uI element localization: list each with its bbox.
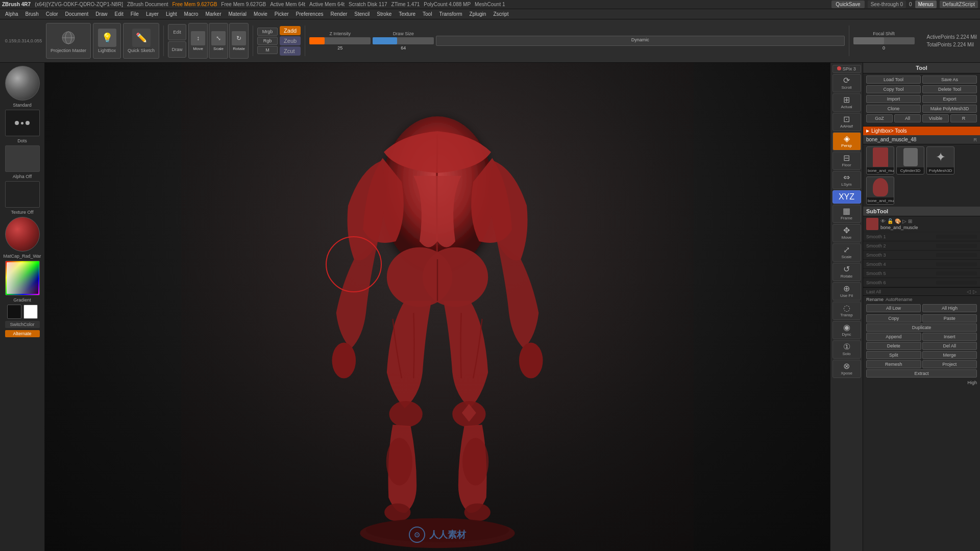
draw-size-slider[interactable] [373,37,434,44]
menu-material[interactable]: Material [226,10,250,18]
persp-btn[interactable]: ◈ Persp [832,132,861,151]
move-sidebar-btn[interactable]: ✥ Move [832,224,861,242]
brush-preview[interactable] [5,66,40,101]
menu-zscript[interactable]: Zscript [490,10,511,18]
menu-draw[interactable]: Draw [92,10,110,18]
last-all-arrow-left[interactable]: ◁ [967,289,971,294]
append-btn[interactable]: Append [866,333,921,341]
floor-btn[interactable]: ⊟ Floor [832,152,861,170]
make-polymesh3d-btn[interactable]: Make PolyMesh3D [922,105,977,113]
zeub-btn[interactable]: Zeub [280,36,301,45]
projection-master-btn[interactable]: Projection Master [46,23,91,59]
delete-btn[interactable]: Delete [866,342,921,350]
menu-transform[interactable]: Transform [436,10,465,18]
menu-texture[interactable]: Texture [396,10,419,18]
zadd-btn[interactable]: Zadd [280,26,301,35]
import-btn[interactable]: Import [866,95,921,103]
lightbox-tools-header[interactable]: ▶ Lightbox> Tools [863,127,980,135]
subtool-item[interactable]: 👁 🔓 🎨 ▷ ⊞ bone_and_muscle [863,216,980,232]
lsym-btn[interactable]: ⇔ LSym [832,171,861,189]
menu-document[interactable]: Document [62,10,92,18]
rename-value[interactable]: AutoRename [886,297,977,302]
subtool-eye-icon[interactable]: 👁 [880,218,886,224]
scale-btn[interactable]: ⤡ Scale [209,23,228,59]
move-btn[interactable]: ↕ Move [188,23,208,59]
aahalf-btn[interactable]: ⊡ AAHalf [832,113,861,131]
menu-render[interactable]: Render [328,10,351,18]
last-all-arrow-right[interactable]: ▷ [973,289,977,294]
alternate-btn[interactable]: Alternate [5,330,40,337]
thumb-polymesh3d[interactable]: ✦ PolyMesh3D [926,146,954,174]
lightbox-btn[interactable]: 💡 LightBox [93,23,121,59]
foreground-color[interactable] [7,305,21,319]
xyz-btn[interactable]: XYZ [832,190,861,204]
mrgb-btn[interactable]: Mrgb [257,28,278,36]
thumb-bone-musc[interactable]: bone_and_musc [866,177,894,205]
menus-btn[interactable]: Menus [915,1,937,8]
smooth-6-track[interactable] [936,281,977,285]
dynamic-btn[interactable]: Dynamic [436,36,844,46]
project-btn[interactable]: Project [922,360,977,368]
load-tool-btn[interactable]: Load Tool [866,76,921,84]
delete-tool-btn[interactable]: Delete Tool [922,85,977,93]
rotate-btn[interactable]: ↻ Rotate [229,23,249,59]
smooth-1-track[interactable] [936,235,977,239]
draw-btn[interactable]: Draw [168,41,186,58]
menu-picker[interactable]: Picker [272,10,292,18]
edit-btn[interactable]: Edit [168,24,186,40]
remesh-btn[interactable]: Remesh [866,360,921,368]
quicksave-btn[interactable]: QuickSave [831,1,864,8]
stroke-preview[interactable] [5,110,40,136]
duplicate-btn[interactable]: Duplicate [866,323,977,332]
scroll-btn[interactable]: ⟳ Scroll [832,74,861,92]
texture-preview[interactable] [5,181,40,208]
quick-sketch-btn[interactable]: ✏️ Quick Sketch [123,23,159,59]
menu-file[interactable]: File [128,10,142,18]
background-color[interactable] [23,305,38,319]
goz-btn[interactable]: GoZ [866,114,893,122]
r-btn[interactable]: R [950,114,977,122]
see-through[interactable]: See-through 0 [868,1,906,8]
frame-btn[interactable]: ▦ Frame [832,205,861,223]
canvas-area[interactable]: ⊙ 人人素材 [45,63,830,551]
thumb-bone-muscle[interactable]: bone_and_muscle [866,146,894,174]
menu-tool[interactable]: Tool [420,10,435,18]
subtool-color-icon[interactable]: 🎨 [895,218,901,224]
focal-shift-slider[interactable] [853,37,915,44]
save-as-btn[interactable]: Save As [922,76,977,84]
solo-btn[interactable]: ① Solo [832,340,861,359]
menu-light[interactable]: Light [163,10,180,18]
split-btn[interactable]: Split [866,351,921,359]
smooth-2-track[interactable] [936,244,977,248]
smooth-4-track[interactable] [936,262,977,266]
zcut-btn[interactable]: Zcut [280,46,301,56]
extract-btn[interactable]: Extract [866,369,977,378]
subtool-lock-icon[interactable]: 🔓 [887,218,893,224]
visible-btn[interactable]: Visible [922,114,949,122]
del-all-btn[interactable]: Del All [922,342,977,350]
xpose-btn[interactable]: ⊗ Xpose [832,360,861,378]
all-high-btn[interactable]: All High [922,304,977,312]
smooth-5-track[interactable] [936,271,977,276]
copy-btn[interactable]: Copy [866,314,921,322]
rgb-btn[interactable]: Rgb [257,37,278,45]
m-btn[interactable]: M [257,46,278,54]
all-btn[interactable]: All [894,114,921,122]
menu-preferences[interactable]: Preferences [293,10,327,18]
matcap-preview[interactable] [5,217,40,252]
menu-macro[interactable]: Macro [181,10,202,18]
alpha-preview[interactable] [5,145,40,172]
scale-sidebar-btn[interactable]: ⤢ Scale [832,243,861,262]
dync-btn[interactable]: ◉ Dync [832,321,861,339]
menu-zplugin[interactable]: Zplugin [467,10,489,18]
thumb-cylinder3d[interactable]: Cylinder3D [896,146,924,174]
use-fil-btn[interactable]: ⊕ Use Fil [832,282,861,300]
switch-color-btn[interactable]: SwitchColor [5,321,40,328]
defaultzscript-btn[interactable]: DefaultZScript [940,1,978,8]
menu-layer[interactable]: Layer [143,10,162,18]
menu-marker[interactable]: Marker [202,10,224,18]
rotate-sidebar-btn[interactable]: ↺ Rotate [832,263,861,281]
menu-alpha[interactable]: Alpha [2,10,21,18]
z-intensity-slider[interactable] [309,37,371,44]
menu-movie[interactable]: Movie [251,10,271,18]
